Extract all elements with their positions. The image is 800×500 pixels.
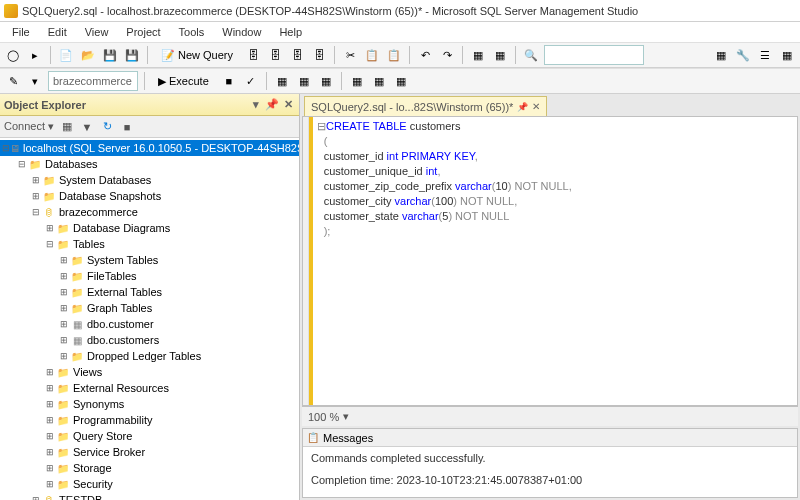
paste-icon[interactable]: 📋 [385,46,403,64]
databases-node[interactable]: ⊟📁Databases [0,156,299,172]
new-icon[interactable]: 📄 [57,46,75,64]
menu-help[interactable]: Help [271,24,310,40]
menu-window[interactable]: Window [214,24,269,40]
braze-node[interactable]: ⊟🛢brazecommerce [0,204,299,220]
code-text[interactable]: ⊟CREATE TABLE customers ( customer_id in… [313,117,797,405]
qstore-node[interactable]: ⊞📁Query Store [0,428,299,444]
pin-icon[interactable]: 📌 [265,98,279,112]
copy-icon[interactable]: 📋 [363,46,381,64]
comment-icon[interactable]: ▦ [469,46,487,64]
menu-bar: File Edit View Project Tools Window Help [0,22,800,42]
menu-view[interactable]: View [77,24,117,40]
separator [266,72,267,90]
database-combo[interactable]: brazecommerce [48,71,138,91]
close-tab-icon[interactable]: ✕ [532,101,540,112]
dbdiag-node[interactable]: ⊞📁Database Diagrams [0,220,299,236]
graphtables-node[interactable]: ⊞📁Graph Tables [0,300,299,316]
saveall-icon[interactable]: 💾 [123,46,141,64]
separator [341,72,342,90]
zoom-dropdown-icon[interactable]: ▾ [343,410,349,423]
editor-tab[interactable]: SQLQuery2.sql - lo...82S\Winstorm (65))*… [304,96,547,116]
stop2-icon[interactable]: ■ [120,120,134,134]
editor-tabbar: SQLQuery2.sql - lo...82S\Winstorm (65))*… [300,94,800,116]
q3-icon[interactable]: ▦ [317,72,335,90]
prog-node[interactable]: ⊞📁Programmability [0,412,299,428]
dd-icon[interactable]: ▾ [26,72,44,90]
tool2-icon[interactable]: 🔧 [734,46,752,64]
db-icon[interactable]: 🗄 [244,46,262,64]
cut-icon[interactable]: ✂ [341,46,359,64]
filetables-node[interactable]: ⊞📁FileTables [0,268,299,284]
tool3-icon[interactable]: ☰ [756,46,774,64]
tables-node[interactable]: ⊟📁Tables [0,236,299,252]
q4-icon[interactable]: ▦ [348,72,366,90]
search-combo[interactable] [544,45,644,65]
messages-body: Commands completed successfully. Complet… [303,447,797,497]
extres-node[interactable]: ⊞📁External Resources [0,380,299,396]
indent-icon[interactable]: ▦ [491,46,509,64]
db2-icon[interactable]: 🗄 [266,46,284,64]
sort-icon[interactable]: ▼ [80,120,94,134]
refresh-icon[interactable]: ↻ [100,120,114,134]
views-node[interactable]: ⊞📁Views [0,364,299,380]
separator [515,46,516,64]
testdb-node[interactable]: ⊞🛢TESTDB [0,492,299,500]
server-node[interactable]: ⊟🖥localhost (SQL Server 16.0.1050.5 - DE… [0,140,299,156]
dropdown-icon[interactable]: ▾ [249,98,263,112]
exttables-node[interactable]: ⊞📁External Tables [0,284,299,300]
dropped-node[interactable]: ⊞📁Dropped Ledger Tables [0,348,299,364]
code-editor[interactable]: ⊟CREATE TABLE customers ( customer_id in… [302,116,798,406]
stop-icon[interactable]: ■ [220,72,238,90]
nav-fwd-icon[interactable]: ▸ [26,46,44,64]
separator [334,46,335,64]
menu-edit[interactable]: Edit [40,24,75,40]
zoom-value[interactable]: 100 % [308,411,339,423]
object-explorer-title: Object Explorer [4,99,86,111]
window-title: SQLQuery2.sql - localhost.brazecommerce … [22,5,638,17]
new-query-button[interactable]: 📝New Query [154,45,240,65]
connect-button[interactable]: Connect ▾ [4,120,54,133]
db4-icon[interactable]: 🗄 [310,46,328,64]
svcbroker-node[interactable]: ⊞📁Service Broker [0,444,299,460]
syn-node[interactable]: ⊞📁Synonyms [0,396,299,412]
object-explorer-toolbar: Connect ▾ ▦ ▼ ↻ ■ [0,116,299,138]
systables-node[interactable]: ⊞📁System Tables [0,252,299,268]
separator [409,46,410,64]
parse-icon[interactable]: ✎ [4,72,22,90]
object-explorer: Object Explorer ▾ 📌 ✕ Connect ▾ ▦ ▼ ↻ ■ … [0,94,300,500]
filter-icon[interactable]: ▦ [60,120,74,134]
execute-button[interactable]: ▶Execute [151,71,216,91]
separator [462,46,463,64]
redo-icon[interactable]: ↷ [438,46,456,64]
undo-icon[interactable]: ↶ [416,46,434,64]
db3-icon[interactable]: 🗄 [288,46,306,64]
security-node[interactable]: ⊞📁Security [0,476,299,492]
menu-tools[interactable]: Tools [171,24,213,40]
sysdb-node[interactable]: ⊞📁System Databases [0,172,299,188]
save-icon[interactable]: 💾 [101,46,119,64]
tool4-icon[interactable]: ▦ [778,46,796,64]
q2-icon[interactable]: ▦ [295,72,313,90]
dbocustomer-node[interactable]: ⊞▦dbo.customer [0,316,299,332]
dbsnap-node[interactable]: ⊞📁Database Snapshots [0,188,299,204]
q6-icon[interactable]: ▦ [392,72,410,90]
msg-line2: Completion time: 2023-10-10T23:21:45.007… [311,473,789,487]
q1-icon[interactable]: ▦ [273,72,291,90]
check-icon[interactable]: ✓ [242,72,260,90]
messages-panel: 📋 Messages Commands completed successful… [302,428,798,498]
menu-file[interactable]: File [4,24,38,40]
find-icon[interactable]: 🔍 [522,46,540,64]
tool1-icon[interactable]: ▦ [712,46,730,64]
pin-icon[interactable]: 📌 [517,102,528,112]
nav-back-icon[interactable]: ◯ [4,46,22,64]
separator [144,72,145,90]
dbocustomers-node[interactable]: ⊞▦dbo.customers [0,332,299,348]
open-icon[interactable]: 📂 [79,46,97,64]
menu-project[interactable]: Project [118,24,168,40]
storage-node[interactable]: ⊞📁Storage [0,460,299,476]
q5-icon[interactable]: ▦ [370,72,388,90]
messages-tab[interactable]: 📋 Messages [303,429,797,447]
main-area: Object Explorer ▾ 📌 ✕ Connect ▾ ▦ ▼ ↻ ■ … [0,94,800,500]
tree-view[interactable]: ⊟🖥localhost (SQL Server 16.0.1050.5 - DE… [0,138,299,500]
close-icon[interactable]: ✕ [281,98,295,112]
